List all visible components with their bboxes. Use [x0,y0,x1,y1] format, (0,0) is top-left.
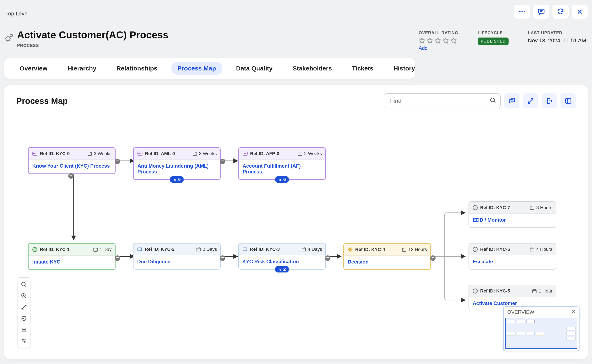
node-ref: Ref ID: KYC-2 [145,247,175,252]
node-kyc-3[interactable]: Ref ID: KYC-3 4 Days KYC Risk Classifica… [238,243,326,270]
lifecycle-label: LIFECYCLE [478,30,509,35]
end-icon [472,205,478,211]
node-afp-0[interactable]: Ref ID: AFP-0 2 Weeks Account Fulfillmen… [238,147,326,180]
open-new-window-button[interactable] [504,93,520,108]
svg-point-45 [24,341,25,342]
node-kyc-1[interactable]: Ref ID: KYC-1 1 Day Initiate KYC [28,243,116,270]
node-name[interactable]: Initiate KYC [29,256,115,269]
node-duration: 3 Weeks [94,151,112,156]
node-name[interactable]: Escalate [469,255,556,269]
svg-rect-22 [193,152,197,156]
node-duration: 1 Hour [539,288,552,294]
child-count-badge[interactable]: 6 [170,176,184,183]
tab-relationships[interactable]: Relationships [110,62,164,75]
svg-rect-18 [33,153,35,154]
node-ref: Ref ID: AFP-0 [250,151,279,156]
svg-rect-32 [348,248,352,251]
svg-rect-31 [302,248,306,251]
svg-rect-35 [530,206,534,209]
calendar-icon [530,205,535,210]
node-ref: Ref ID: KYC-7 [480,205,510,210]
svg-rect-28 [138,248,142,251]
svg-point-1 [521,11,523,12]
comments-button[interactable] [533,5,549,19]
export-button[interactable] [542,93,557,108]
node-name[interactable]: EDD / Monitor [469,214,556,228]
svg-point-6 [491,98,494,102]
add-rating-link[interactable]: Add [419,45,458,51]
more-actions-button[interactable] [514,5,530,19]
svg-rect-3 [539,9,544,13]
task-icon [242,247,248,252]
node-name[interactable]: Know Your Client (KYC) Process [29,160,115,173]
reset-view-button[interactable] [18,313,30,324]
node-kyc-4[interactable]: Ref ID: KYC-4 12 Hours Decision [343,243,431,270]
overview-close-icon[interactable] [571,309,576,315]
node-aml-0[interactable]: Ref ID: AML-0 3 Weeks Anti Money Launder… [133,147,221,180]
search-icon[interactable] [489,97,496,105]
process-type-icon [4,33,14,43]
node-name[interactable]: Decision [344,256,430,269]
asset-type-label: PROCESS [17,43,169,48]
tab-stakeholders[interactable]: Stakeholders [286,62,338,75]
node-name[interactable]: Due Diligence [133,255,220,269]
decision-icon [347,247,353,253]
node-ref: Ref ID: KYC-6 [480,247,510,252]
svg-rect-30 [243,248,247,251]
svg-rect-39 [533,290,536,293]
tab-process-map[interactable]: Process Map [171,62,222,75]
svg-point-34 [473,206,478,210]
zoom-out-button[interactable] [18,279,30,290]
calendar-icon [192,151,197,156]
svg-rect-9 [566,99,571,104]
node-ref: Ref ID: KYC-3 [250,247,280,252]
child-count-badge[interactable]: 2 [275,266,289,273]
tab-overview[interactable]: Overview [13,62,54,75]
node-duration: 1 Day [100,247,112,252]
breadcrumb-top-level[interactable]: Top Level [6,10,29,17]
child-count-badge[interactable]: 6 [275,176,289,183]
side-panel-toggle-button[interactable] [561,93,576,108]
process-icon [137,151,143,156]
calendar-icon [87,151,92,156]
node-kyc-6[interactable]: Ref ID: KYC-6 4 Hours Escalate [468,243,556,270]
node-duration: 2 Days [203,247,217,252]
svg-rect-27 [94,248,97,251]
refresh-button[interactable] [552,5,569,19]
svg-rect-21 [138,153,140,154]
calendar-icon [301,247,306,252]
overview-minimap[interactable]: OVERVIEW [503,306,579,351]
find-input[interactable] [390,98,489,104]
page-title: Activate Customer(AC) Process [17,29,169,41]
calendar-icon [532,289,537,293]
calendar-icon [93,247,98,252]
zoom-toolbar [18,277,30,348]
node-kyc-2[interactable]: Ref ID: KYC-2 2 Days Due Diligence [133,243,221,270]
node-duration: 3 Weeks [199,151,217,156]
calendar-icon [196,247,201,252]
fit-to-screen-button[interactable] [18,301,30,313]
rating-stars[interactable] [419,37,458,44]
node-kyc-7[interactable]: Ref ID: KYC-7 8 Hours EDD / Monitor [468,202,556,228]
svg-point-2 [524,11,525,12]
process-icon [32,151,38,156]
node-duration: 4 Hours [536,247,552,252]
svg-point-0 [520,11,521,12]
find-input-wrapper[interactable] [384,93,501,108]
zoom-in-button[interactable] [18,290,30,301]
tab-data-quality[interactable]: Data Quality [230,62,279,75]
node-ref: Ref ID: KYC-1 [40,247,70,252]
tab-tickets[interactable]: Tickets [346,62,380,75]
node-kyc-0[interactable]: Ref ID: KYC-0 3 Weeks Know Your Client (… [28,147,116,174]
tab-hierarchy[interactable]: Hierarchy [61,62,102,75]
close-button[interactable] [572,5,588,19]
node-ref: Ref ID: KYC-5 [480,288,510,294]
node-ref: Ref ID: AML-0 [145,151,175,156]
svg-rect-25 [298,152,302,156]
fullscreen-button[interactable] [523,93,538,108]
tab-history[interactable]: History [387,62,421,75]
layout-options-button[interactable] [18,335,30,346]
fit-window-button[interactable] [18,324,30,335]
svg-rect-19 [88,152,92,156]
svg-point-38 [473,289,478,293]
